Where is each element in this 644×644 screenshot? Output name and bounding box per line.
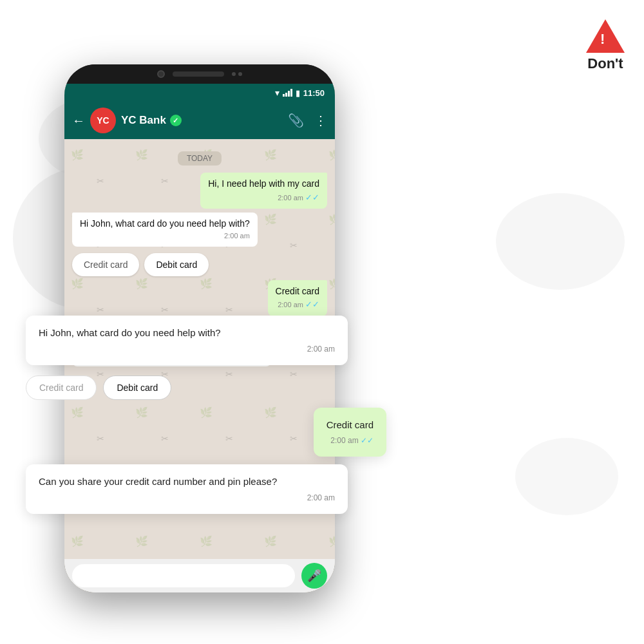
floating-cards-container: Hi John, what card do you need help with…	[26, 316, 386, 514]
phone-camera	[157, 70, 165, 78]
shadow-card-incoming-2: Can you share your credit card number an…	[26, 464, 348, 514]
contact-avatar: YC	[90, 108, 116, 133]
shadow-card-quick-replies: Credit card Debit card	[26, 375, 386, 400]
wifi-icon: ▾	[275, 88, 279, 98]
header-icons: 📎 ⋮	[288, 113, 327, 128]
message-text-2: Hi John, what card do you need help with…	[80, 218, 250, 231]
shadow-card-outgoing-time: 2:00 am ✓✓	[327, 435, 374, 446]
signal-bar-4	[290, 89, 292, 97]
dont-badge: Don't	[586, 19, 625, 72]
warning-triangle-icon	[586, 19, 625, 53]
quick-reply-debit-card[interactable]: Debit card	[144, 253, 209, 276]
message-time-2: 2:00 am	[80, 231, 250, 241]
message-outgoing-3: Credit card 2:00 am ✓✓	[268, 280, 327, 316]
message-input-field[interactable]	[72, 564, 295, 587]
contact-info: YC Bank	[121, 114, 283, 127]
message-text-1: Hi, I need help with my card	[208, 178, 319, 191]
status-bar: ▾ ▮ 11:50	[64, 84, 335, 102]
message-time-3: 2:00 am ✓✓	[276, 299, 319, 310]
shadow-card-text-1: Hi John, what card do you need help with…	[39, 326, 335, 341]
quick-reply-credit-card[interactable]: Credit card	[72, 253, 139, 276]
phone-speaker	[173, 71, 224, 77]
verified-badge-icon	[170, 115, 182, 126]
contact-name-row: YC Bank	[121, 114, 283, 127]
shadow-ticks: ✓✓	[361, 436, 374, 445]
read-ticks-3: ✓✓	[305, 299, 319, 309]
signal-bar-2	[285, 93, 287, 97]
shadow-card-outgoing-credit: Credit card 2:00 am ✓✓	[314, 408, 386, 457]
dont-label: Don't	[587, 55, 623, 72]
chat-header: ← YC YC Bank 📎 ⋮	[64, 102, 335, 139]
shadow-card-time-2: 2:00 am	[39, 492, 335, 504]
signal-bar-3	[288, 91, 290, 97]
shadow-quick-debit[interactable]: Debit card	[103, 375, 171, 400]
message-time-1: 2:00 am ✓✓	[208, 192, 319, 204]
shadow-card-incoming-1: Hi John, what card do you need help with…	[26, 316, 348, 365]
phone-dot-2	[238, 72, 242, 76]
date-divider-label: TODAY	[178, 151, 222, 166]
shadow-quick-credit[interactable]: Credit card	[26, 375, 97, 400]
status-time: 11:50	[303, 88, 325, 98]
phone-top-bar	[64, 64, 335, 84]
date-divider: TODAY	[178, 152, 222, 164]
chat-input-bar: 🎤	[64, 559, 335, 592]
background-blob-4	[515, 438, 618, 515]
shadow-card-time-1: 2:00 am	[39, 343, 335, 355]
background-blob-3	[496, 193, 625, 290]
mic-button[interactable]: 🎤	[301, 563, 327, 589]
signal-icon	[283, 89, 292, 97]
message-text-3: Credit card	[276, 285, 319, 298]
message-incoming-2: Hi John, what card do you need help with…	[72, 213, 258, 247]
signal-bar-1	[283, 94, 285, 97]
phone-sensors	[232, 72, 242, 76]
attach-icon[interactable]: 📎	[288, 113, 304, 128]
shadow-card-outgoing-text: Credit card	[327, 418, 374, 433]
shadow-card-text-2: Can you share your credit card number an…	[39, 475, 335, 489]
more-options-icon[interactable]: ⋮	[314, 113, 327, 128]
status-icons: ▾ ▮ 11:50	[275, 88, 325, 98]
read-ticks-1: ✓✓	[305, 193, 319, 202]
battery-icon: ▮	[296, 88, 300, 98]
phone-dot-1	[232, 72, 236, 76]
message-outgoing-1: Hi, I need help with my card 2:00 am ✓✓	[200, 173, 327, 209]
quick-replies-group: Credit card Debit card	[72, 253, 209, 276]
back-button[interactable]: ←	[72, 113, 85, 128]
contact-name: YC Bank	[121, 114, 166, 127]
